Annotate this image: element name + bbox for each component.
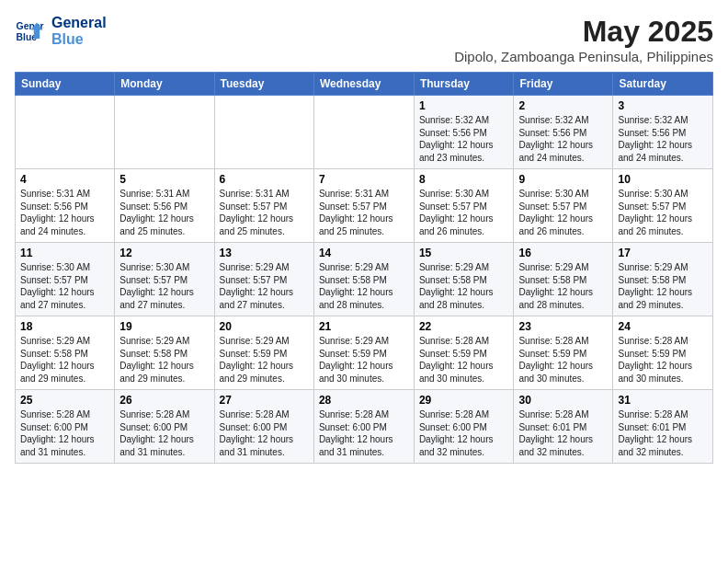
day-info: Sunrise: 5:29 AM Sunset: 5:59 PM Dayligh… [319,335,409,385]
calendar-cell: 18Sunrise: 5:29 AM Sunset: 5:58 PM Dayli… [16,316,115,390]
day-number: 21 [319,320,409,333]
logo-blue: Blue [51,31,107,48]
day-info: Sunrise: 5:28 AM Sunset: 5:59 PM Dayligh… [419,335,509,385]
day-number: 25 [20,394,109,407]
calendar-cell: 6Sunrise: 5:31 AM Sunset: 5:57 PM Daylig… [214,169,313,243]
column-header-monday: Monday [115,73,214,96]
calendar-cell: 13Sunrise: 5:29 AM Sunset: 5:57 PM Dayli… [214,243,313,316]
calendar-cell: 3Sunrise: 5:32 AM Sunset: 5:56 PM Daylig… [613,96,713,169]
logo-general: General [51,15,107,31]
day-info: Sunrise: 5:29 AM Sunset: 5:57 PM Dayligh… [220,261,309,311]
day-info: Sunrise: 5:32 AM Sunset: 5:56 PM Dayligh… [419,114,509,164]
day-number: 18 [20,320,109,333]
calendar-cell: 12Sunrise: 5:30 AM Sunset: 5:57 PM Dayli… [115,243,214,316]
day-number: 11 [20,247,109,259]
calendar-cell [313,96,414,169]
day-number: 9 [518,173,608,186]
day-number: 6 [220,173,309,186]
column-header-friday: Friday [514,73,613,96]
day-number: 10 [618,173,708,186]
day-info: Sunrise: 5:30 AM Sunset: 5:57 PM Dayligh… [119,261,209,311]
calendar-cell: 7Sunrise: 5:31 AM Sunset: 5:57 PM Daylig… [313,169,414,243]
calendar-cell: 17Sunrise: 5:29 AM Sunset: 5:58 PM Dayli… [613,243,713,316]
day-info: Sunrise: 5:29 AM Sunset: 5:59 PM Dayligh… [220,335,309,385]
day-number: 17 [618,247,708,259]
day-info: Sunrise: 5:28 AM Sunset: 6:00 PM Dayligh… [419,408,509,458]
day-number: 8 [419,173,509,186]
calendar-cell: 10Sunrise: 5:30 AM Sunset: 5:57 PM Dayli… [613,169,713,243]
logo-icon: General Blue [15,17,44,46]
day-number: 30 [518,394,608,407]
day-info: Sunrise: 5:31 AM Sunset: 5:56 PM Dayligh… [119,188,209,237]
day-number: 2 [518,99,608,112]
column-header-saturday: Saturday [613,73,713,96]
day-number: 14 [319,247,409,259]
day-info: Sunrise: 5:29 AM Sunset: 5:58 PM Dayligh… [419,261,509,311]
month-title: May 2025 [454,15,713,49]
week-row-1: 1Sunrise: 5:32 AM Sunset: 5:56 PM Daylig… [16,96,713,169]
calendar-cell: 5Sunrise: 5:31 AM Sunset: 5:56 PM Daylig… [115,169,214,243]
day-info: Sunrise: 5:32 AM Sunset: 5:56 PM Dayligh… [518,114,608,164]
day-info: Sunrise: 5:29 AM Sunset: 5:58 PM Dayligh… [319,261,409,311]
day-info: Sunrise: 5:28 AM Sunset: 6:00 PM Dayligh… [319,408,409,458]
calendar-cell [214,96,313,169]
calendar-table: SundayMondayTuesdayWednesdayThursdayFrid… [15,72,713,464]
calendar-cell: 22Sunrise: 5:28 AM Sunset: 5:59 PM Dayli… [414,316,514,390]
day-number: 5 [119,173,209,186]
calendar-cell: 8Sunrise: 5:30 AM Sunset: 5:57 PM Daylig… [414,169,514,243]
day-info: Sunrise: 5:29 AM Sunset: 5:58 PM Dayligh… [618,261,708,311]
day-number: 24 [618,320,708,333]
calendar-cell: 2Sunrise: 5:32 AM Sunset: 5:56 PM Daylig… [514,96,613,169]
location-subtitle: Dipolo, Zamboanga Peninsula, Philippines [454,49,713,64]
calendar-header-row: SundayMondayTuesdayWednesdayThursdayFrid… [16,73,713,96]
calendar-cell: 30Sunrise: 5:28 AM Sunset: 6:01 PM Dayli… [514,390,613,464]
calendar-cell [16,96,115,169]
day-number: 4 [20,173,109,186]
title-block: May 2025 Dipolo, Zamboanga Peninsula, Ph… [454,15,713,64]
calendar-cell: 14Sunrise: 5:29 AM Sunset: 5:58 PM Dayli… [313,243,414,316]
day-number: 1 [419,99,509,112]
day-info: Sunrise: 5:31 AM Sunset: 5:56 PM Dayligh… [20,188,109,237]
column-header-thursday: Thursday [414,73,514,96]
day-info: Sunrise: 5:28 AM Sunset: 5:59 PM Dayligh… [518,335,608,385]
day-info: Sunrise: 5:29 AM Sunset: 5:58 PM Dayligh… [119,335,209,385]
column-header-sunday: Sunday [16,73,115,96]
day-info: Sunrise: 5:28 AM Sunset: 6:01 PM Dayligh… [618,408,708,458]
calendar-cell: 29Sunrise: 5:28 AM Sunset: 6:00 PM Dayli… [414,390,514,464]
calendar-cell: 9Sunrise: 5:30 AM Sunset: 5:57 PM Daylig… [514,169,613,243]
calendar-cell: 23Sunrise: 5:28 AM Sunset: 5:59 PM Dayli… [514,316,613,390]
day-number: 29 [419,394,509,407]
day-info: Sunrise: 5:30 AM Sunset: 5:57 PM Dayligh… [618,188,708,237]
day-info: Sunrise: 5:29 AM Sunset: 5:58 PM Dayligh… [518,261,608,311]
day-number: 22 [419,320,509,333]
day-number: 12 [119,247,209,259]
day-info: Sunrise: 5:28 AM Sunset: 6:00 PM Dayligh… [220,408,309,458]
calendar-cell: 27Sunrise: 5:28 AM Sunset: 6:00 PM Dayli… [214,390,313,464]
column-header-tuesday: Tuesday [214,73,313,96]
column-header-wednesday: Wednesday [313,73,414,96]
calendar-cell [115,96,214,169]
day-info: Sunrise: 5:31 AM Sunset: 5:57 PM Dayligh… [220,188,309,237]
day-info: Sunrise: 5:28 AM Sunset: 6:00 PM Dayligh… [20,408,109,458]
day-info: Sunrise: 5:30 AM Sunset: 5:57 PM Dayligh… [518,188,608,237]
day-number: 7 [319,173,409,186]
day-number: 19 [119,320,209,333]
day-number: 27 [220,394,309,407]
day-number: 23 [518,320,608,333]
day-number: 26 [119,394,209,407]
day-number: 28 [319,394,409,407]
calendar-cell: 25Sunrise: 5:28 AM Sunset: 6:00 PM Dayli… [16,390,115,464]
calendar-cell: 28Sunrise: 5:28 AM Sunset: 6:00 PM Dayli… [313,390,414,464]
day-info: Sunrise: 5:31 AM Sunset: 5:57 PM Dayligh… [319,188,409,237]
day-info: Sunrise: 5:29 AM Sunset: 5:58 PM Dayligh… [20,335,109,385]
day-info: Sunrise: 5:32 AM Sunset: 5:56 PM Dayligh… [618,114,708,164]
calendar-cell: 11Sunrise: 5:30 AM Sunset: 5:57 PM Dayli… [16,243,115,316]
calendar-cell: 19Sunrise: 5:29 AM Sunset: 5:58 PM Dayli… [115,316,214,390]
logo: General Blue General Blue [15,15,107,47]
day-number: 31 [618,394,708,407]
calendar-cell: 24Sunrise: 5:28 AM Sunset: 5:59 PM Dayli… [613,316,713,390]
day-info: Sunrise: 5:30 AM Sunset: 5:57 PM Dayligh… [419,188,509,237]
week-row-5: 25Sunrise: 5:28 AM Sunset: 6:00 PM Dayli… [16,390,713,464]
page-header: General Blue General Blue May 2025 Dipol… [15,15,713,64]
calendar-cell: 21Sunrise: 5:29 AM Sunset: 5:59 PM Dayli… [313,316,414,390]
